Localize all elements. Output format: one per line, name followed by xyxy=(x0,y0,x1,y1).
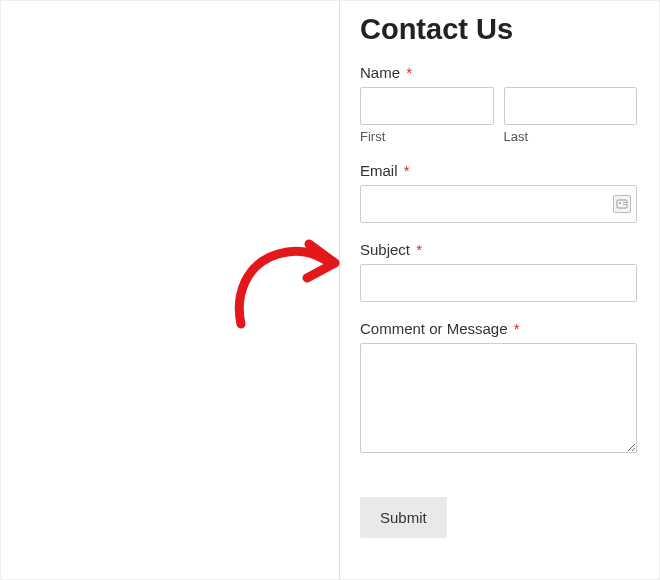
comment-textarea[interactable] xyxy=(360,343,637,453)
comment-field-group: Comment or Message * xyxy=(360,320,637,457)
left-pane xyxy=(1,1,340,579)
arrow-annotation-icon xyxy=(223,226,343,336)
required-mark: * xyxy=(416,241,422,258)
first-name-sublabel: First xyxy=(360,129,494,144)
email-input-wrap xyxy=(360,185,637,223)
contact-card-icon xyxy=(613,195,631,213)
required-mark: * xyxy=(404,162,410,179)
email-input[interactable] xyxy=(360,185,637,223)
first-name-input[interactable] xyxy=(360,87,494,125)
comment-label: Comment or Message * xyxy=(360,320,637,337)
email-label: Email * xyxy=(360,162,637,179)
email-field-group: Email * xyxy=(360,162,637,223)
page-container: Contact Us Name * First Last Email * xyxy=(0,0,660,580)
name-field-group: Name * First Last xyxy=(360,64,637,144)
required-mark: * xyxy=(406,64,412,81)
name-label: Name * xyxy=(360,64,637,81)
subject-label: Subject * xyxy=(360,241,637,258)
form-title: Contact Us xyxy=(360,13,637,46)
subject-input[interactable] xyxy=(360,264,637,302)
email-label-text: Email xyxy=(360,162,398,179)
subject-label-text: Subject xyxy=(360,241,410,258)
svg-point-1 xyxy=(619,202,621,204)
required-mark: * xyxy=(514,320,520,337)
name-label-text: Name xyxy=(360,64,400,81)
first-name-col: First xyxy=(360,87,494,144)
name-row: First Last xyxy=(360,87,637,144)
last-name-col: Last xyxy=(504,87,638,144)
form-pane: Contact Us Name * First Last Email * xyxy=(340,1,659,579)
svg-rect-0 xyxy=(617,200,627,208)
last-name-input[interactable] xyxy=(504,87,638,125)
subject-field-group: Subject * xyxy=(360,241,637,302)
comment-label-text: Comment or Message xyxy=(360,320,508,337)
submit-button[interactable]: Submit xyxy=(360,497,447,538)
last-name-sublabel: Last xyxy=(504,129,638,144)
